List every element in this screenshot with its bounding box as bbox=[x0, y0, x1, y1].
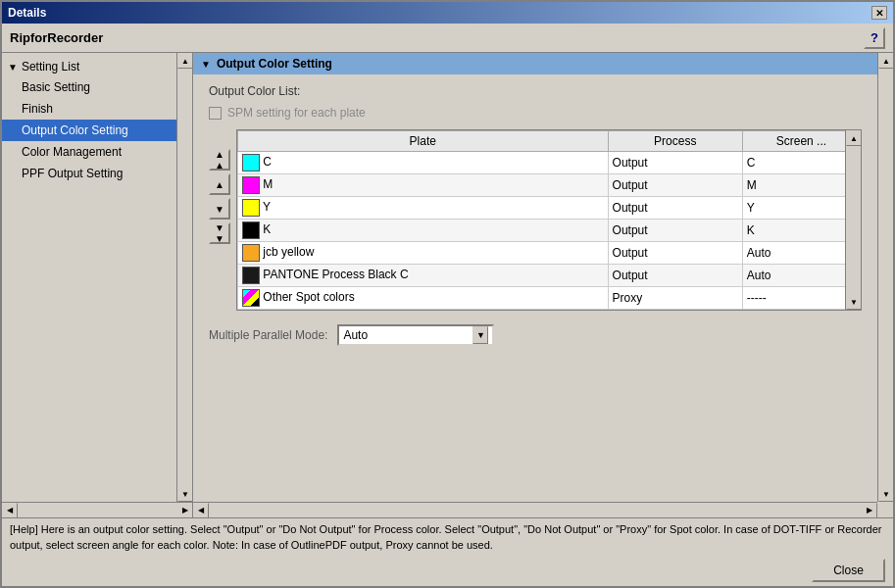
move-top-button[interactable]: ▲▲ bbox=[209, 149, 230, 171]
sidebar-group-label: Setting List bbox=[22, 60, 79, 74]
screen-cell: ----- bbox=[742, 287, 860, 310]
sidebar-h-scrollbar: ◀ ▶ bbox=[2, 502, 193, 517]
main-content: ▲ ▼ ▼ Setting List Basic Setting Finish … bbox=[2, 53, 893, 517]
main-window: Details ✕ RipforRecorder ? ▲ ▼ ▼ Setting… bbox=[0, 0, 895, 588]
table-row[interactable]: Y bbox=[238, 197, 609, 220]
bottom-buttons: Close bbox=[10, 559, 885, 582]
table-scroll-down[interactable]: ▼ bbox=[846, 294, 862, 310]
process-cell: Proxy bbox=[608, 287, 742, 310]
parallel-mode-label: Multiple Parallel Mode: bbox=[209, 328, 327, 342]
content-h-track bbox=[209, 503, 862, 518]
color-swatch bbox=[242, 199, 260, 217]
process-cell: Output bbox=[608, 242, 742, 265]
sidebar-group-header[interactable]: ▼ Setting List bbox=[2, 57, 176, 76]
process-cell: Output bbox=[608, 152, 742, 174]
help-button[interactable]: ? bbox=[864, 27, 885, 49]
table-area: ▲▲ ▲ ▼ ▼▼ Plate Process Screen bbox=[209, 129, 862, 311]
table-row[interactable]: PANTONE Process Black C bbox=[238, 265, 609, 287]
sidebar: ▲ ▼ ▼ Setting List Basic Setting Finish … bbox=[2, 53, 193, 517]
screen-cell: K bbox=[742, 220, 860, 242]
color-table: Plate Process Screen ... COutputC MOutpu… bbox=[237, 130, 861, 310]
table-row[interactable]: Other Spot colors bbox=[238, 287, 609, 310]
sidebar-scroll-area: ▲ ▼ ▼ Setting List Basic Setting Finish … bbox=[2, 53, 192, 502]
group-arrow-icon: ▼ bbox=[8, 62, 18, 73]
sidebar-item-color-management[interactable]: Color Management bbox=[2, 141, 176, 163]
help-text: [Help] Here is an output color setting. … bbox=[10, 522, 885, 553]
sidebar-items: ▼ Setting List Basic Setting Finish Outp… bbox=[2, 53, 176, 188]
close-button[interactable]: Close bbox=[812, 559, 885, 582]
process-cell: Output bbox=[608, 265, 742, 287]
content-scroll-up[interactable]: ▲ bbox=[878, 53, 893, 69]
color-table-wrap: Plate Process Screen ... COutputC MOutpu… bbox=[236, 129, 862, 311]
color-swatch bbox=[242, 176, 260, 194]
sidebar-scroll-down[interactable]: ▼ bbox=[177, 486, 192, 502]
parallel-mode-row: Multiple Parallel Mode: Auto ▼ bbox=[209, 324, 862, 346]
sidebar-scroll-up[interactable]: ▲ bbox=[177, 53, 192, 69]
screen-cell: C bbox=[742, 152, 860, 174]
spot-color-icon bbox=[242, 289, 260, 307]
move-up-button[interactable]: ▲ bbox=[209, 173, 230, 195]
section-arrow-icon: ▼ bbox=[201, 59, 211, 70]
window-close-button[interactable]: ✕ bbox=[871, 6, 887, 20]
content-body: Output Color List: SPM setting for each … bbox=[193, 74, 877, 502]
content-scroll-down[interactable]: ▼ bbox=[878, 486, 893, 502]
process-cell: Output bbox=[608, 174, 742, 197]
bottom-bar: [Help] Here is an output color setting. … bbox=[2, 517, 893, 586]
app-title: RipforRecorder bbox=[10, 30, 103, 45]
spm-label: SPM setting for each plate bbox=[227, 106, 366, 120]
process-cell: Output bbox=[608, 220, 742, 242]
move-bottom-button[interactable]: ▼▼ bbox=[209, 222, 230, 244]
select-arrow-icon[interactable]: ▼ bbox=[472, 326, 488, 344]
sidebar-h-scroll-left[interactable]: ◀ bbox=[2, 503, 18, 518]
screen-cell: Auto bbox=[742, 265, 860, 287]
parallel-mode-select[interactable]: Auto ▼ bbox=[337, 324, 494, 346]
section-title: Output Color Setting bbox=[217, 57, 332, 71]
color-swatch bbox=[242, 244, 260, 262]
content-h-scroll-right[interactable]: ▶ bbox=[862, 503, 877, 518]
screen-cell: Auto bbox=[742, 242, 860, 265]
move-buttons: ▲▲ ▲ ▼ ▼▼ bbox=[209, 149, 230, 311]
output-color-list-label: Output Color List: bbox=[209, 84, 862, 98]
col-process: Process bbox=[608, 131, 742, 152]
color-swatch bbox=[242, 154, 260, 172]
content-h-scrollbar: ◀ ▶ bbox=[193, 502, 877, 517]
sidebar-item-output-color-setting[interactable]: Output Color Setting bbox=[2, 120, 176, 141]
parallel-mode-value: Auto bbox=[343, 328, 368, 342]
screen-cell: M bbox=[742, 174, 860, 197]
sidebar-h-track bbox=[18, 503, 177, 518]
spm-checkbox[interactable] bbox=[209, 107, 222, 120]
table-row[interactable]: jcb yellow bbox=[238, 242, 609, 265]
sidebar-item-basic-setting[interactable]: Basic Setting bbox=[2, 76, 176, 98]
screen-cell: Y bbox=[742, 197, 860, 220]
content-h-scroll-left[interactable]: ◀ bbox=[193, 503, 209, 518]
col-plate: Plate bbox=[238, 131, 609, 152]
col-screen: Screen ... bbox=[742, 131, 860, 152]
sidebar-item-finish[interactable]: Finish bbox=[2, 98, 176, 120]
window-title: Details bbox=[8, 6, 46, 20]
sidebar-h-scroll-right[interactable]: ▶ bbox=[177, 503, 193, 518]
table-row[interactable]: C bbox=[238, 152, 609, 174]
content-area: ▲ ▼ ▼ Output Color Setting Output Color … bbox=[193, 53, 893, 517]
app-header: RipforRecorder ? bbox=[2, 24, 893, 53]
process-cell: Output bbox=[608, 197, 742, 220]
table-scroll-up[interactable]: ▲ bbox=[846, 130, 862, 146]
sidebar-item-ppf-output-setting[interactable]: PPF Output Setting bbox=[2, 163, 176, 184]
spm-checkbox-row: SPM setting for each plate bbox=[209, 106, 862, 120]
section-header: ▼ Output Color Setting bbox=[193, 53, 877, 74]
color-swatch bbox=[242, 221, 260, 239]
table-row[interactable]: K bbox=[238, 220, 609, 242]
table-row[interactable]: M bbox=[238, 174, 609, 197]
title-bar: Details ✕ bbox=[2, 2, 893, 24]
move-down-button[interactable]: ▼ bbox=[209, 198, 230, 220]
color-swatch bbox=[242, 267, 260, 284]
